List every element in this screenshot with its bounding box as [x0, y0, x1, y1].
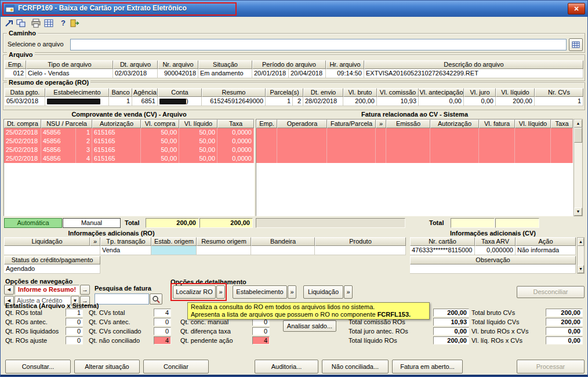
- print-icon[interactable]: [31, 19, 42, 29]
- estabelecimento-button[interactable]: Estabelecimento: [233, 285, 287, 299]
- cell-conta[interactable]: ): [158, 97, 202, 106]
- fatura-em-aberto-button[interactable]: Fatura em aberto...: [392, 360, 463, 374]
- cell-taxa[interactable]: 0,0000: [217, 146, 254, 154]
- arquivo-row[interactable]: 012 Cielo - Vendas 02/03/2018 900042018 …: [5, 69, 583, 78]
- goto-record-icon[interactable]: [4, 19, 16, 29]
- liquidacao-button[interactable]: Liquidação: [303, 285, 343, 299]
- cell-parcela-total[interactable]: 2: [293, 97, 303, 106]
- cell-produto[interactable]: [315, 246, 406, 255]
- cell-agencia[interactable]: 6851: [132, 97, 158, 106]
- cell-situacao[interactable]: Em andamento: [198, 69, 252, 78]
- observacao-value[interactable]: [410, 264, 576, 274]
- cv-row-unreconciled[interactable]: 25/02/2018 45856 3 615165 50,00 50,00 0,…: [4, 146, 254, 154]
- cell-vl-compra[interactable]: 50,00: [141, 137, 179, 146]
- cell-parcela[interactable]: 3: [76, 146, 92, 154]
- cell-periodo-fim[interactable]: 20/04/2018: [289, 69, 326, 78]
- localizar-ro-button[interactable]: Localizar RO: [173, 285, 216, 299]
- cell-dt-compra[interactable]: 25/02/2018: [4, 154, 41, 163]
- cell-dt-envio[interactable]: 28/02/2018: [303, 97, 343, 106]
- cell-estab-origem-highlight[interactable]: [151, 246, 197, 255]
- scroll-up-icon[interactable]: ▲: [574, 119, 582, 128]
- cell-vl-comissao[interactable]: 10,93: [377, 97, 419, 106]
- scroll-down-icon[interactable]: ▼: [574, 208, 582, 216]
- cv-row-unreconciled[interactable]: 25/02/2018 45856 1 615165 50,00 50,00 0,…: [4, 128, 254, 137]
- conciliar-button[interactable]: Conciliar: [143, 360, 209, 374]
- cell-vl-liquido[interactable]: 50,00: [179, 154, 217, 163]
- next-resumo-button[interactable]: →: [80, 285, 90, 295]
- auditoria-button[interactable]: Auditoria...: [255, 360, 318, 374]
- cell-vl-liquido[interactable]: 50,00: [179, 137, 217, 146]
- consultar-button[interactable]: Consultar...: [5, 360, 71, 374]
- cell-nsu[interactable]: 45856: [41, 154, 76, 163]
- close-button[interactable]: ✕: [568, 3, 585, 14]
- cell-dt-arquivo[interactable]: 02/03/2018: [113, 69, 158, 78]
- cell-nsu[interactable]: 45856: [41, 137, 76, 146]
- fatura-scrollbar[interactable]: ▲ ▼: [574, 119, 583, 216]
- liquidacao-more-button[interactable]: »: [90, 237, 100, 246]
- cell-taxa[interactable]: 0,0000: [217, 128, 254, 137]
- scroll-down-icon[interactable]: ▼: [578, 265, 584, 273]
- expand-column-button[interactable]: »: [376, 119, 386, 128]
- localizar-ro-more-button[interactable]: »: [216, 285, 225, 299]
- cell-nr-cartao[interactable]: 476333******8115000: [410, 246, 475, 255]
- cell-nsu[interactable]: 45856: [41, 146, 76, 154]
- cv-row-unreconciled[interactable]: 25/02/2018 45856 2 615165 50,00 50,00 0,…: [4, 137, 254, 146]
- resumo-row[interactable]: 05/03/2018 1 6851 ) 615245912649000 1 2 …: [5, 97, 583, 106]
- cell-vl-liquido[interactable]: 200,00: [496, 97, 535, 106]
- manual-button[interactable]: Manual: [63, 218, 121, 228]
- processar-button[interactable]: Processar: [517, 360, 585, 374]
- cell-vl-liquido[interactable]: 50,00: [179, 128, 217, 137]
- info-cv-scrollbar[interactable]: ▲ ▼: [577, 237, 585, 274]
- cell-acao[interactable]: Não informada: [516, 246, 576, 255]
- cell-vl-juro[interactable]: 0,00: [464, 97, 496, 106]
- cell-bandeira[interactable]: [251, 246, 315, 255]
- scroll-up-icon[interactable]: ▲: [578, 238, 584, 246]
- nao-conciliada-button[interactable]: Não conciliada...: [322, 360, 389, 374]
- prev-resumo-button[interactable]: ◄: [4, 285, 14, 295]
- scroll-thumb[interactable]: [574, 128, 582, 143]
- cell-descricao[interactable]: EXTVISA20160523102726342299.RET: [364, 69, 583, 78]
- cell-taxa-arv[interactable]: 0,000000: [475, 246, 516, 255]
- cell-taxa[interactable]: 0,0000: [217, 154, 254, 163]
- cell-resumo-origem[interactable]: [197, 246, 251, 255]
- desconciliar-button[interactable]: Desconciliar: [517, 286, 585, 298]
- fatura-row-empty[interactable]: [256, 128, 573, 137]
- cell-autorizacao[interactable]: 615165: [92, 154, 141, 163]
- fatura-row-empty[interactable]: [256, 154, 573, 163]
- windows-icon[interactable]: [16, 19, 27, 29]
- cell-vl-compra[interactable]: 50,00: [141, 128, 179, 137]
- search-button[interactable]: [150, 293, 162, 304]
- resumo-selector[interactable]: Informe o Resumo!: [14, 285, 79, 295]
- cell-vl-antecipacao[interactable]: 0,00: [419, 97, 464, 106]
- cell-data-pgto[interactable]: 05/03/2018: [5, 97, 45, 106]
- cell-nsu[interactable]: 45856: [41, 128, 76, 137]
- cell-autorizacao[interactable]: 615165: [92, 137, 141, 146]
- exit-door-icon[interactable]: [69, 19, 81, 29]
- cell-tipo-arquivo[interactable]: Cielo - Vendas: [26, 69, 113, 78]
- liquidacao-more-button[interactable]: »: [344, 285, 353, 299]
- cell-estabelecimento[interactable]: [45, 97, 109, 106]
- cell-vl-compra[interactable]: 50,00: [141, 154, 179, 163]
- alterar-situacao-button[interactable]: Alterar situação: [74, 360, 140, 374]
- cell-parcela[interactable]: 1: [266, 97, 293, 106]
- status-credito-value[interactable]: Agendado: [4, 264, 100, 274]
- analisar-saldo-button[interactable]: Analisar saldo...: [283, 320, 336, 332]
- cell-dt-compra[interactable]: 25/02/2018: [4, 137, 41, 146]
- fatura-row-empty[interactable]: [256, 137, 573, 146]
- cell-liquidacao[interactable]: [4, 246, 100, 255]
- cell-autorizacao[interactable]: 615165: [92, 128, 141, 137]
- cell-nr-cvs[interactable]: 1: [535, 97, 583, 106]
- automatica-button[interactable]: Automática: [4, 218, 62, 228]
- cell-dt-compra[interactable]: 25/02/2018: [4, 146, 41, 154]
- grid-icon[interactable]: [43, 19, 55, 29]
- pesquisa-fatura-input[interactable]: [95, 293, 149, 304]
- cell-tp-transacao[interactable]: Venda: [100, 246, 151, 255]
- cell-hr-arquivo[interactable]: 09:14:50: [326, 69, 364, 78]
- help-icon[interactable]: ?: [57, 19, 69, 29]
- cell-banco[interactable]: 1: [109, 97, 132, 106]
- cell-taxa[interactable]: 0,0000: [217, 137, 254, 146]
- cell-resumo[interactable]: 615245912649000: [202, 97, 266, 106]
- cv-row-unreconciled[interactable]: 25/02/2018 45856 4 615165 50,00 50,00 0,…: [4, 154, 254, 163]
- cell-emp[interactable]: 012: [5, 69, 26, 78]
- cell-nr-arquivo[interactable]: 900042018: [158, 69, 198, 78]
